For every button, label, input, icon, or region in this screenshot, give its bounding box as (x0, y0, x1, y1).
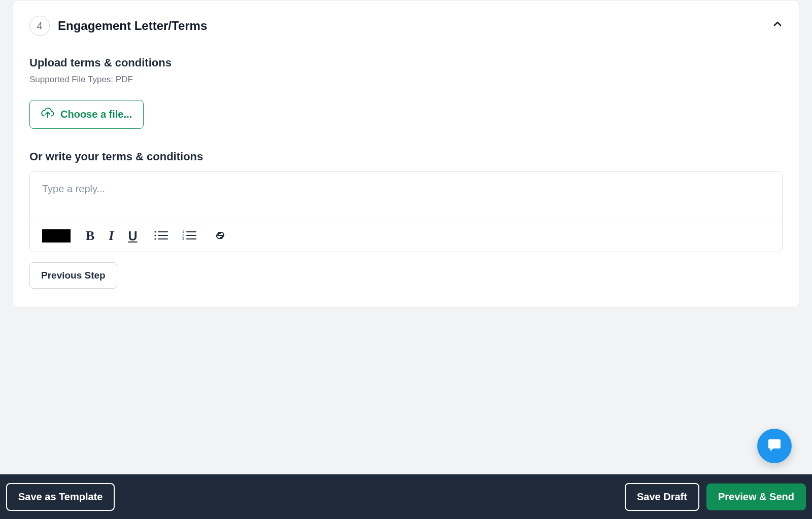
step-number-circle: 4 (29, 16, 50, 36)
svg-point-5 (154, 238, 156, 239)
chevron-up-icon (771, 23, 784, 31)
italic-icon: I (109, 228, 114, 244)
save-draft-button[interactable]: Save Draft (625, 483, 699, 511)
bold-button[interactable]: B (85, 227, 95, 245)
rich-text-editor: B I U (29, 171, 783, 252)
cloud-upload-icon (41, 108, 54, 121)
numbered-list-icon: 1 2 3 (182, 230, 196, 243)
svg-point-1 (154, 231, 156, 232)
svg-text:3: 3 (182, 237, 184, 240)
underline-button[interactable]: U (127, 228, 138, 245)
choose-file-button[interactable]: Choose a file... (29, 100, 144, 129)
list-group: 1 2 3 (153, 229, 197, 244)
save-draft-label: Save Draft (637, 491, 687, 502)
chat-icon (766, 437, 783, 455)
previous-step-button[interactable]: Previous Step (29, 262, 117, 289)
chat-widget-button[interactable] (757, 429, 792, 463)
bold-icon: B (86, 228, 94, 244)
bullet-list-button[interactable] (153, 229, 169, 244)
format-group: B I U (85, 227, 139, 245)
upload-heading: Upload terms & conditions (29, 56, 783, 70)
terms-textarea[interactable] (30, 172, 782, 218)
section-header: 4 Engagement Letter/Terms (29, 16, 783, 36)
save-as-template-label: Save as Template (18, 491, 103, 502)
write-heading: Or write your terms & conditions (29, 150, 783, 163)
link-button[interactable] (212, 229, 229, 244)
choose-file-label: Choose a file... (60, 109, 132, 120)
footer-action-bar: Save as Template Save Draft Preview & Se… (0, 474, 812, 519)
save-as-template-button[interactable]: Save as Template (6, 483, 115, 511)
preview-send-label: Preview & Send (718, 491, 794, 502)
svg-text:1: 1 (182, 230, 184, 233)
italic-button[interactable]: I (108, 227, 115, 245)
spacer (0, 307, 812, 378)
svg-point-3 (154, 234, 156, 236)
step-card: 4 Engagement Letter/Terms Upload terms &… (13, 0, 799, 307)
text-color-swatch[interactable] (42, 229, 71, 243)
previous-step-label: Previous Step (41, 270, 106, 281)
editor-toolbar: B I U (30, 220, 782, 252)
bullet-list-icon (154, 230, 168, 243)
collapse-toggle[interactable] (771, 18, 784, 32)
preview-send-button[interactable]: Preview & Send (706, 483, 806, 510)
link-group (212, 229, 229, 244)
numbered-list-button[interactable]: 1 2 3 (181, 229, 197, 244)
svg-text:2: 2 (182, 233, 184, 237)
supported-file-types: Supported File Types: PDF (29, 75, 783, 85)
step-number: 4 (37, 20, 42, 32)
underline-icon: U (128, 229, 137, 244)
link-icon (213, 230, 228, 243)
section-title: Engagement Letter/Terms (58, 19, 207, 33)
footer-right-group: Save Draft Preview & Send (625, 483, 806, 511)
